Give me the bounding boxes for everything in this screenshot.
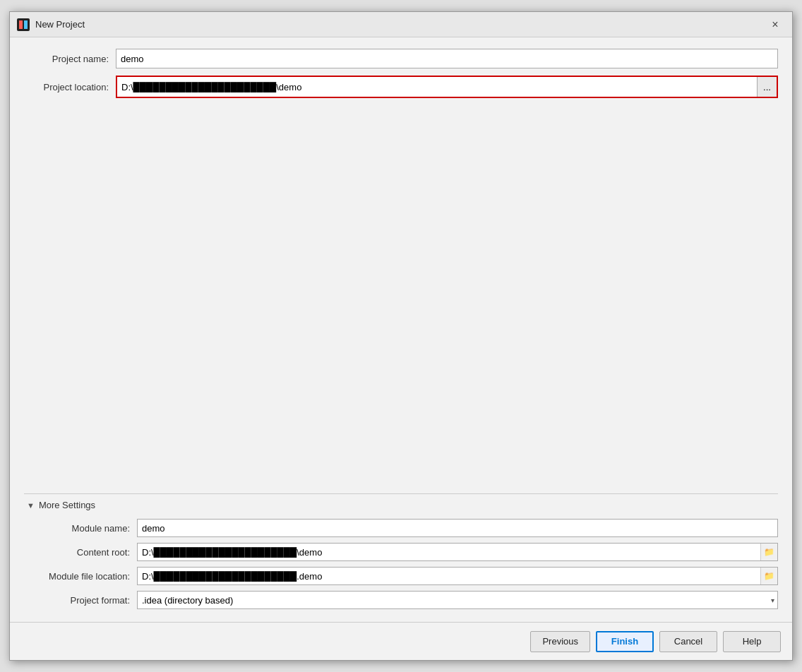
module-name-label: Module name: xyxy=(24,523,137,534)
project-name-row: Project name: xyxy=(24,49,778,68)
browse-button[interactable]: ... xyxy=(757,77,777,97)
project-name-label: Project name: xyxy=(24,54,116,64)
svg-rect-1 xyxy=(19,20,23,29)
cancel-button[interactable]: Cancel xyxy=(659,631,717,652)
project-location-input[interactable] xyxy=(117,78,757,96)
content-root-label: Content root: xyxy=(24,547,137,558)
project-format-wrapper: .idea (directory based) Eclipse (.classp… xyxy=(137,591,778,609)
folder-icon-2: 📁 xyxy=(764,571,774,581)
folder-icon: 📁 xyxy=(764,547,774,557)
project-location-row: Project location: ... xyxy=(24,76,778,98)
dialog-title: New Project xyxy=(35,19,765,30)
svg-rect-0 xyxy=(17,18,30,31)
more-settings-section: ▼ More Settings Module name: Content roo… xyxy=(24,493,778,622)
project-name-input[interactable] xyxy=(116,49,778,68)
more-settings-toggle[interactable]: ▼ More Settings xyxy=(24,494,778,516)
content-root-row: Content root: 📁 xyxy=(24,543,778,561)
module-file-wrapper: 📁 xyxy=(137,567,778,585)
title-bar: New Project × xyxy=(10,12,792,37)
svg-rect-2 xyxy=(24,20,28,29)
module-file-browse-button[interactable]: 📁 xyxy=(760,568,777,584)
module-name-row: Module name: xyxy=(24,519,778,537)
content-root-browse-button[interactable]: 📁 xyxy=(760,544,777,560)
project-location-wrapper: ... xyxy=(116,76,778,98)
module-file-row: Module file location: 📁 xyxy=(24,567,778,585)
project-format-row: Project format: .idea (directory based) … xyxy=(24,591,778,609)
app-icon xyxy=(17,18,30,31)
dialog-footer: Previous Finish Cancel Help xyxy=(10,622,792,660)
module-file-label: Module file location: xyxy=(24,571,137,582)
more-settings-label: More Settings xyxy=(39,500,95,510)
project-format-select[interactable]: .idea (directory based) Eclipse (.classp… xyxy=(138,592,777,608)
content-root-wrapper: 📁 xyxy=(137,543,778,561)
content-root-input[interactable] xyxy=(138,544,760,560)
module-name-input[interactable] xyxy=(137,519,778,537)
chevron-down-icon: ▼ xyxy=(27,501,35,510)
more-settings-content: Module name: Content root: 📁 Module f xyxy=(24,516,778,622)
project-location-label: Project location: xyxy=(24,82,116,92)
finish-button[interactable]: Finish xyxy=(596,631,654,652)
project-format-label: Project format: xyxy=(24,595,137,606)
help-button[interactable]: Help xyxy=(723,631,781,652)
module-file-input[interactable] xyxy=(138,568,760,584)
close-button[interactable]: × xyxy=(765,15,785,35)
main-spacer xyxy=(24,105,778,491)
previous-button[interactable]: Previous xyxy=(530,631,590,652)
new-project-dialog: New Project × Project name: Project loca… xyxy=(9,11,793,661)
dialog-body: Project name: Project location: ... ▼ Mo… xyxy=(10,37,792,622)
